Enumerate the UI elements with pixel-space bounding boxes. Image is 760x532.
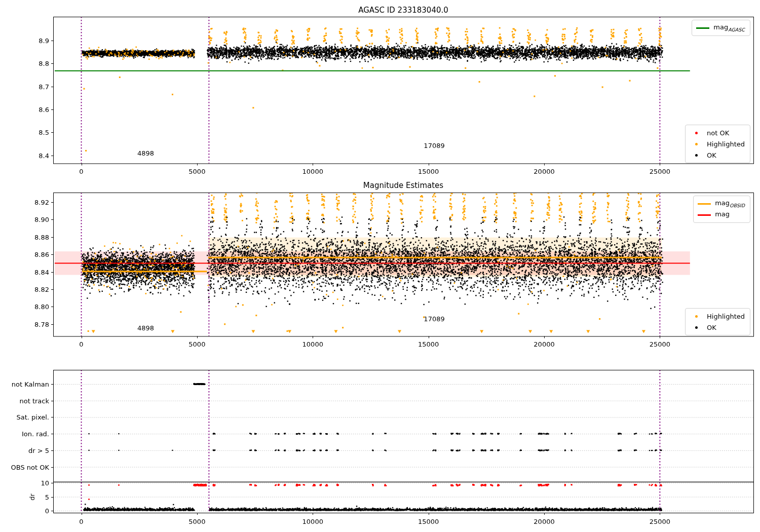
mag-agasc-line-swatch	[696, 27, 709, 29]
top-xtick-20000: 20000	[534, 168, 554, 175]
ok-dot-swatch	[690, 326, 703, 329]
legend-label-highlighted: Highlighted	[707, 140, 745, 148]
mid-ytick-8.86: 8.86	[34, 251, 49, 258]
mid-xtick-25000: 25000	[650, 340, 670, 348]
flag-row-label-1: not track	[19, 397, 49, 404]
top-xtick-5000: 5000	[188, 168, 205, 175]
legend-mid-points: Highlighted OK	[685, 308, 750, 335]
legend-item-not-ok: not OK	[690, 128, 745, 138]
mid-ytick-8.88: 8.88	[34, 233, 49, 241]
mid-xtick-5000: 5000	[188, 340, 205, 348]
mid-ytick-8.92: 8.92	[34, 199, 49, 206]
bottom-xtick-5000: 5000	[188, 518, 205, 525]
bottom-xtick-10000: 10000	[302, 518, 323, 525]
bottom-xtick-20000: 20000	[534, 518, 554, 525]
not-ok-dot-swatch	[690, 132, 703, 134]
bottom-xtick-25000: 25000	[650, 518, 670, 525]
legend-item-ok: OK	[690, 150, 745, 160]
mid-xtick-20000: 20000	[534, 340, 554, 348]
highlighted-dot-swatch	[690, 315, 703, 318]
legend-mag-agasc: magAGASC	[692, 20, 750, 36]
mid-ytick-8.82: 8.82	[34, 286, 49, 293]
legend-item-mag-obsid: magOBSID	[698, 199, 745, 209]
ok-dot-swatch	[690, 154, 703, 157]
bottom-xtick-15000: 15000	[418, 518, 439, 525]
plot1-title: AGASC ID 233183040.0	[358, 6, 448, 15]
legend-label-not-ok: not OK	[707, 129, 729, 137]
top-ytick-8.9: 8.9	[39, 37, 49, 45]
top-ytick-8.8: 8.8	[39, 60, 49, 67]
top-annotation-17089: 17089	[424, 142, 444, 149]
legend-item-mag: mag	[698, 210, 745, 220]
mid-annotation-17089: 17089	[424, 315, 444, 323]
plots-canvas	[0, 0, 760, 532]
top-xtick-0: 0	[79, 168, 83, 175]
mid-xtick-15000: 15000	[418, 340, 439, 348]
top-xtick-25000: 25000	[650, 168, 670, 175]
flag-row-label-2: Sat. pixel.	[17, 413, 49, 421]
bottom-xtick-0: 0	[79, 518, 83, 525]
legend-top-points: not OK Highlighted OK	[685, 125, 750, 163]
top-xtick-10000: 10000	[302, 168, 323, 175]
highlighted-dot-swatch	[690, 143, 703, 145]
legend-label-ok: OK	[707, 151, 716, 159]
dr-tick-10: 10	[41, 479, 49, 487]
flag-row-label-3: Ion. rad.	[22, 430, 49, 438]
dr-tick-0: 0	[45, 507, 49, 515]
legend-item-highlighted: Highlighted	[690, 139, 745, 149]
legend-item-ok-mid: OK	[690, 322, 745, 332]
flag-row-label-4: dr > 5	[28, 446, 49, 454]
legend-item-highlighted-mid: Highlighted	[690, 311, 745, 321]
plot2-title: Magnitude Estimates	[363, 181, 443, 190]
top-ytick-8.6: 8.6	[39, 105, 49, 113]
top-ytick-8.4: 8.4	[39, 151, 49, 159]
agasc-magnitude-figure: AGASC ID 233183040.0 Magnitude Estimates…	[0, 0, 760, 532]
legend-item-mag-agasc: magAGASC	[696, 23, 745, 33]
legend-label-mag-agasc: magAGASC	[713, 23, 745, 32]
mid-annotation-4898: 4898	[137, 324, 154, 331]
top-ytick-8.5: 8.5	[39, 129, 49, 136]
top-annotation-4898: 4898	[137, 149, 154, 157]
mid-ytick-8.84: 8.84	[34, 268, 49, 276]
dr-tick-5: 5	[45, 493, 49, 501]
legend-label-mag: mag	[715, 210, 730, 219]
legend-label-ok-mid: OK	[707, 324, 716, 331]
flag-row-label-0: not Kalman	[12, 381, 49, 388]
top-ytick-8.7: 8.7	[39, 83, 49, 90]
mid-ytick-8.80: 8.80	[34, 303, 49, 311]
legend-label-highlighted-mid: Highlighted	[707, 313, 745, 320]
mid-ytick-8.78: 8.78	[34, 320, 49, 328]
legend-label-mag-obsid: magOBSID	[715, 199, 745, 208]
mag-line-swatch	[698, 214, 711, 216]
dr-axis-label: dr	[28, 493, 36, 501]
mid-ytick-8.90: 8.90	[34, 216, 49, 223]
mid-xtick-0: 0	[79, 340, 83, 348]
top-xtick-15000: 15000	[418, 168, 439, 175]
mid-xtick-10000: 10000	[302, 340, 323, 348]
mag-obsid-line-swatch	[698, 203, 711, 205]
legend-mag-lines: magOBSID mag	[693, 196, 750, 223]
flag-row-label-5: OBS not OK	[11, 463, 50, 471]
